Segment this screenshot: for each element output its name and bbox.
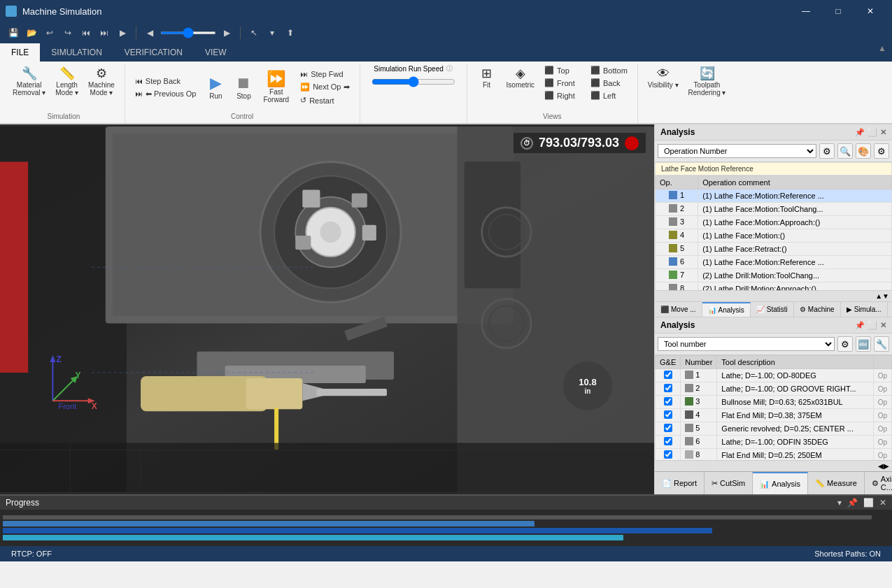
fast-forward-button[interactable]: ⏩ FastForward bbox=[259, 69, 293, 106]
step-back-button[interactable]: ⏮ Step Back bbox=[131, 76, 201, 87]
operation-number-dropdown[interactable]: Operation Number bbox=[658, 144, 816, 158]
panel-pin-icon-b[interactable]: 📌 bbox=[855, 321, 865, 330]
qa-slider-right[interactable]: ▶ bbox=[219, 25, 234, 41]
qa-undo[interactable]: ↩ bbox=[42, 25, 57, 41]
tab-file[interactable]: FILE bbox=[0, 43, 40, 62]
progress-close-icon[interactable]: ✕ bbox=[879, 498, 886, 508]
table-row[interactable]: 1 Lathe; D=-1.00; OD-80DEG Op bbox=[656, 369, 892, 382]
analysis-tb-btn2[interactable]: 🔍 bbox=[837, 143, 853, 159]
timeline-slider[interactable] bbox=[160, 31, 216, 34]
panel-float-icon-b[interactable]: ⬜ bbox=[868, 321, 877, 330]
analysis-tb-btn3[interactable]: 🎨 bbox=[856, 143, 871, 159]
table-row[interactable]: 2 (1) Lathe Face:Motion:ToolChang... bbox=[656, 203, 892, 216]
tool-checkbox[interactable] bbox=[664, 397, 672, 406]
qa-dropdown[interactable]: ▾ bbox=[264, 25, 280, 41]
tool-checkbox-cell[interactable] bbox=[656, 396, 681, 409]
qa-collapse[interactable]: ⬆ bbox=[283, 25, 298, 41]
minimize-button[interactable]: — bbox=[790, 0, 822, 22]
tool-checkbox-cell[interactable] bbox=[656, 449, 681, 461]
panel-float-icon[interactable]: ⬜ bbox=[868, 128, 877, 137]
ribbon-collapse-btn[interactable]: ▲ bbox=[872, 43, 892, 62]
restart-button[interactable]: ↺ Restart bbox=[296, 94, 353, 106]
tab-measure[interactable]: 📏Measure bbox=[808, 472, 865, 494]
tab-simula[interactable]: ▶ Simula... bbox=[841, 302, 888, 317]
viewport[interactable]: Z Y X Front ⏱ 793.03/793.03 bbox=[0, 124, 654, 494]
tab-verification[interactable]: VERIFICATION bbox=[113, 43, 194, 62]
table-row[interactable]: 1 (1) Lathe Face:Motion:Reference ... bbox=[656, 189, 892, 203]
toolpath-rendering-button[interactable]: 🔄 ToolpathRendering ▾ bbox=[684, 64, 730, 99]
tab-axisc[interactable]: ⚙Axis C... bbox=[865, 472, 892, 494]
col-comment[interactable]: Operation comment bbox=[698, 176, 892, 189]
table-row[interactable]: 3 Bullnose Mill; D=0.63; 625x031BUL Op bbox=[656, 396, 892, 409]
col-number[interactable]: Number bbox=[681, 356, 717, 369]
bottom-view-button[interactable]: ⬛Bottom bbox=[586, 64, 632, 76]
next-op-button[interactable]: ⏩ Next Op ➡ bbox=[296, 81, 353, 93]
tab-move[interactable]: ⬛ Move ... bbox=[655, 302, 702, 317]
progress-float-icon[interactable]: ⬜ bbox=[863, 498, 874, 508]
tab-statistics[interactable]: 📈 Statisti bbox=[751, 302, 794, 317]
progress-arrow-icon[interactable]: ▾ bbox=[837, 498, 842, 508]
tool-checkbox-cell[interactable] bbox=[656, 409, 681, 422]
tool-checkbox-cell[interactable] bbox=[656, 382, 681, 396]
tool-number-dropdown[interactable]: Tool number bbox=[658, 337, 835, 351]
table-row[interactable]: 6 Lathe; D=-1.00; ODFIN 35DEG Op bbox=[656, 436, 892, 449]
qa-open[interactable]: 📂 bbox=[24, 25, 39, 41]
panel-close-icon[interactable]: ✕ bbox=[880, 128, 886, 137]
table-row[interactable]: 6 (1) Lathe Face:Motion:Reference ... bbox=[656, 256, 892, 269]
length-mode-button[interactable]: 📏 LengthMode ▾ bbox=[51, 64, 83, 99]
tab-machine[interactable]: ⚙ Machine bbox=[794, 302, 841, 317]
tool-tb-btn1[interactable]: ⚙ bbox=[837, 336, 853, 352]
tab-simulation[interactable]: SIMULATION bbox=[40, 43, 113, 62]
table-row[interactable]: 8 (2) Lathe Drill:Motion:Approach:() bbox=[656, 282, 892, 291]
tool-tb-btn3[interactable]: 🔧 bbox=[874, 336, 889, 352]
tools-scroll-right[interactable]: ▶ bbox=[884, 462, 889, 470]
back-view-button[interactable]: ⬛Back bbox=[586, 77, 632, 89]
visibility-button[interactable]: 👁 Visibility ▾ bbox=[644, 64, 683, 92]
qa-save[interactable]: 💾 bbox=[6, 25, 21, 41]
left-view-button[interactable]: ⬛Left bbox=[586, 89, 632, 101]
close-button[interactable]: ✕ bbox=[854, 0, 886, 22]
scroll-down-arrow[interactable]: ▼ bbox=[882, 292, 889, 300]
tool-checkbox[interactable] bbox=[664, 450, 672, 459]
material-removal-button[interactable]: 🔧 MaterialRemoval ▾ bbox=[8, 64, 50, 99]
right-view-button[interactable]: ⬛Right bbox=[540, 89, 586, 101]
maximize-button[interactable]: □ bbox=[822, 0, 854, 22]
qa-redo[interactable]: ↪ bbox=[60, 25, 76, 41]
table-row[interactable]: 4 (1) Lathe Face:Motion:() bbox=[656, 229, 892, 243]
table-row[interactable]: 8 Flat End Mill; D=0.25; 250EM Op bbox=[656, 449, 892, 461]
tool-checkbox-cell[interactable] bbox=[656, 422, 681, 436]
qa-slider-left[interactable]: ◀ bbox=[142, 25, 157, 41]
tool-checkbox-cell[interactable] bbox=[656, 369, 681, 382]
panel-close-icon-b[interactable]: ✕ bbox=[880, 321, 886, 330]
analysis-tb-btn1[interactable]: ⚙ bbox=[819, 143, 835, 159]
step-fwd-button[interactable]: ⏭ Step Fwd bbox=[296, 69, 353, 80]
tool-tb-btn2[interactable]: 🔤 bbox=[856, 336, 871, 352]
tab-cutsim[interactable]: ✂CutSim bbox=[705, 472, 753, 494]
tool-checkbox[interactable] bbox=[664, 371, 672, 379]
col-desc[interactable]: Tool description bbox=[717, 356, 873, 369]
analysis-tb-btn4[interactable]: ⚙ bbox=[874, 143, 889, 159]
tab-analysis-bottom[interactable]: 📊Analysis bbox=[753, 472, 808, 494]
isometric-button[interactable]: ◈ Isometric bbox=[502, 64, 539, 92]
stop-button[interactable]: ⏹ Stop bbox=[231, 73, 256, 103]
tool-checkbox[interactable] bbox=[664, 437, 672, 445]
previous-op-button[interactable]: ⏭ ⬅ Previous Op bbox=[131, 88, 201, 100]
run-button[interactable]: ▶ Run bbox=[203, 73, 228, 103]
qa-play[interactable]: ▶ bbox=[115, 25, 130, 41]
tab-analysis-top[interactable]: 📊 Analysis bbox=[702, 302, 751, 317]
fit-button[interactable]: ⊞ Fit bbox=[473, 64, 501, 92]
tool-checkbox[interactable] bbox=[664, 424, 672, 432]
col-op[interactable]: Op. bbox=[656, 176, 698, 189]
qa-cursor[interactable]: ↖ bbox=[246, 25, 262, 41]
tool-checkbox-cell[interactable] bbox=[656, 436, 681, 449]
table-row[interactable]: 3 (1) Lathe Face:Motion:Approach:() bbox=[656, 216, 892, 229]
table-row[interactable]: 5 Generic revolved; D=0.25; CENTER ... O… bbox=[656, 422, 892, 436]
front-view-button[interactable]: ⬛Front bbox=[540, 77, 586, 89]
operations-table-scroll[interactable]: Op. Operation comment 1 (1) Lathe Face:M… bbox=[655, 175, 892, 290]
table-row[interactable]: 4 Flat End Mill; D=0.38; 375EM Op bbox=[656, 409, 892, 422]
table-row[interactable]: 7 (2) Lathe Drill:Motion:ToolChang... bbox=[656, 269, 892, 282]
table-row[interactable]: 5 (1) Lathe Face:Retract:() bbox=[656, 243, 892, 256]
top-view-button[interactable]: ⬛Top bbox=[540, 64, 586, 76]
tool-checkbox[interactable] bbox=[664, 410, 672, 419]
table-row[interactable]: 2 Lathe; D=-1.00; OD GROOVE RIGHT... Op bbox=[656, 382, 892, 396]
